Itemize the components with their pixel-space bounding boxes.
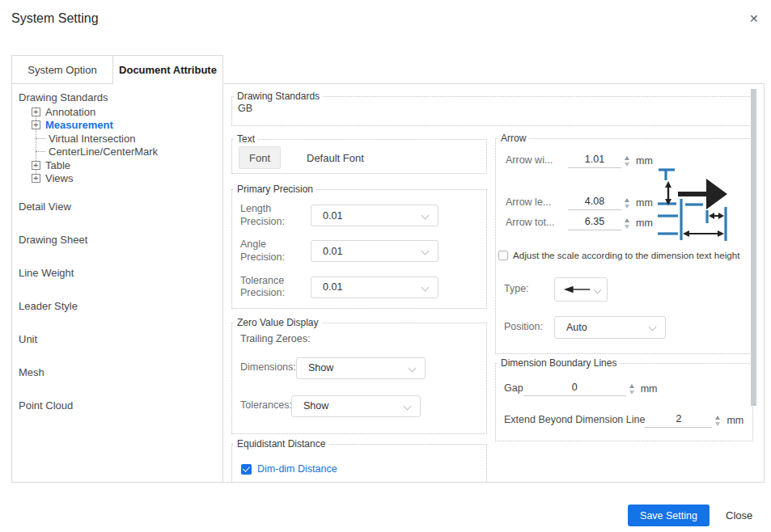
tree-node-virtual-intersection[interactable]: Virtual Intersection xyxy=(32,132,222,146)
chevron-down-icon xyxy=(422,247,430,255)
chevron-down-icon xyxy=(649,323,657,331)
expand-plus-icon[interactable] xyxy=(32,120,40,129)
spin-up-icon[interactable] xyxy=(629,384,634,388)
close-icon[interactable]: ✕ xyxy=(749,13,759,24)
dimensions-label: Dimensions: xyxy=(240,361,296,374)
arrow-group: Arrow xyxy=(495,133,753,354)
close-button[interactable]: Close xyxy=(726,509,752,521)
font-value: Default Font xyxy=(307,152,364,164)
tree-node-drawing-standards[interactable]: Drawing Standards xyxy=(19,91,222,103)
dim-dim-distance-label: Dim-dim Distance xyxy=(257,463,337,475)
dimensions-select[interactable]: Show xyxy=(296,357,426,379)
tree-connector xyxy=(36,138,45,139)
save-setting-button[interactable]: Save Setting xyxy=(628,505,710,526)
tolerance-precision-label: Tolerance Precision: xyxy=(240,275,311,300)
tab-bar: System Option Document Attribute xyxy=(11,55,223,84)
adjust-scale-label: Adjust the scale according to the dimens… xyxy=(513,250,739,260)
tab-system-option[interactable]: System Option xyxy=(11,55,113,84)
spin-down-icon[interactable] xyxy=(625,225,629,229)
tree-node-drawing-sheet[interactable]: Drawing Sheet xyxy=(19,234,222,246)
tree-node-centerline-centermark[interactable]: CenterLine/CenterMark xyxy=(32,146,222,159)
dim-dim-distance-checkbox[interactable] xyxy=(241,464,252,475)
extend-beyond-label: Extend Beyond Dimension Line xyxy=(504,414,645,427)
spin-down-icon[interactable] xyxy=(715,422,720,426)
position-select[interactable]: Auto xyxy=(554,316,666,339)
chevron-down-icon xyxy=(422,212,430,220)
tab-document-attribute[interactable]: Document Attribute xyxy=(113,55,223,84)
spinner-icon[interactable] xyxy=(625,156,629,167)
tolerances-select[interactable]: Show xyxy=(291,395,421,417)
document-attribute-panel: Drawing Standards GB Text Font Default F… xyxy=(222,83,765,483)
spinner-icon[interactable] xyxy=(629,384,634,395)
tree-node-unit[interactable]: Unit xyxy=(19,333,222,345)
position-label: Position: xyxy=(504,321,554,334)
chevron-down-icon xyxy=(409,364,417,372)
tree-node-table[interactable]: Table xyxy=(32,158,222,172)
arrow-type-glyph-icon xyxy=(563,285,592,294)
chevron-down-icon xyxy=(404,402,412,410)
tree-node-views[interactable]: Views xyxy=(32,172,222,186)
vertical-scrollbar[interactable] xyxy=(751,89,756,406)
tree-node-annotation[interactable]: Annotation xyxy=(32,105,222,119)
tolerances-label: Tolerances: xyxy=(240,399,291,412)
spinner-icon[interactable] xyxy=(625,198,629,209)
chevron-down-icon xyxy=(594,286,602,294)
arrow-length-label: Arrow le... xyxy=(506,196,568,209)
tolerance-precision-select[interactable]: 0.01 xyxy=(311,277,438,298)
spin-down-icon[interactable] xyxy=(629,391,634,395)
tree-node-point-cloud[interactable]: Point Cloud xyxy=(19,399,222,412)
type-label: Type: xyxy=(504,283,554,296)
arrow-width-label: Arrow wi... xyxy=(506,154,568,167)
length-precision-select[interactable]: 0.01 xyxy=(311,205,438,226)
tree-node-leader-style[interactable]: Leader Style xyxy=(19,300,222,312)
spin-up-icon[interactable] xyxy=(625,218,629,222)
tree-connector xyxy=(36,151,45,152)
spinner-icon[interactable] xyxy=(625,218,629,229)
extend-beyond-input[interactable]: 2 xyxy=(645,413,712,428)
gap-label: Gap xyxy=(504,382,523,395)
zero-value-display-group: Zero Value Display Trailing Zeroes: Dime… xyxy=(231,317,487,434)
expand-plus-icon[interactable] xyxy=(32,161,40,170)
drawing-standard-value: GB xyxy=(238,103,752,114)
angle-precision-select[interactable]: 0.01 xyxy=(311,240,438,262)
tree-node-line-weight[interactable]: Line Weight xyxy=(19,267,222,279)
arrow-type-select[interactable] xyxy=(554,277,608,302)
settings-tree: Drawing Standards Annotation Measurement… xyxy=(11,83,223,483)
spin-up-icon[interactable] xyxy=(715,416,720,420)
primary-precision-group: Primary Precision Length Precision: 0.01… xyxy=(231,184,487,309)
font-button[interactable]: Font xyxy=(239,146,281,169)
page-title: System Setting xyxy=(11,11,99,26)
tree-children: Annotation Measurement Virtual Intersect… xyxy=(32,105,222,185)
arrow-diagram xyxy=(656,154,748,244)
spin-up-icon[interactable] xyxy=(625,198,629,202)
chevron-down-icon xyxy=(422,283,430,291)
drawing-standards-group: Drawing Standards GB xyxy=(231,91,753,126)
text-group: Text Font Default Font xyxy=(231,133,487,174)
dimension-boundary-lines-group: Dimension Boundary Lines Gap 0 mm Extend… xyxy=(495,357,753,441)
arrow-width-input[interactable]: 1.01 xyxy=(568,154,621,168)
length-precision-label: Length Precision: xyxy=(240,203,311,228)
tree-node-detail-view[interactable]: Detail View xyxy=(19,201,222,213)
expand-plus-icon[interactable] xyxy=(32,174,40,183)
drawing-standards-legend: Drawing Standards xyxy=(234,91,323,102)
arrow-length-input[interactable]: 4.08 xyxy=(568,196,621,210)
trailing-zeroes-label: Trailing Zeroes: xyxy=(240,333,486,346)
adjust-scale-checkbox[interactable] xyxy=(498,251,508,260)
spin-down-icon[interactable] xyxy=(625,163,629,167)
equidistant-distance-group: Equidistant Distance Dim-dim Distance xyxy=(231,438,487,483)
tree-node-mesh[interactable]: Mesh xyxy=(19,366,222,378)
spin-down-icon[interactable] xyxy=(625,205,629,209)
expand-plus-icon[interactable] xyxy=(32,108,40,116)
arrow-total-label: Arrow tot... xyxy=(506,217,568,230)
spin-up-icon[interactable] xyxy=(625,156,629,160)
tree-node-measurement[interactable]: Measurement xyxy=(32,119,222,133)
spinner-icon[interactable] xyxy=(715,416,720,426)
arrow-total-input[interactable]: 6.35 xyxy=(568,216,621,230)
gap-input[interactable]: 0 xyxy=(523,382,626,396)
angle-precision-label: Angle Precision: xyxy=(240,239,311,264)
